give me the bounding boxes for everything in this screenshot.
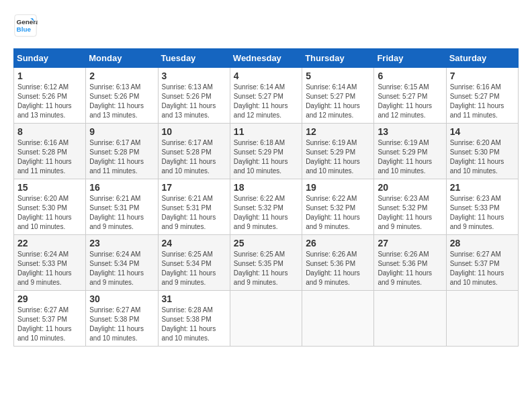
day-number: 13 bbox=[378, 126, 442, 137]
calendar-cell: 27Sunrise: 6:26 AM Sunset: 5:36 PM Dayli… bbox=[374, 235, 446, 291]
day-info: Sunrise: 6:22 AM Sunset: 5:32 PM Dayligh… bbox=[234, 194, 298, 232]
day-number: 4 bbox=[234, 71, 298, 81]
day-info: Sunrise: 6:26 AM Sunset: 5:36 PM Dayligh… bbox=[306, 250, 370, 287]
day-number: 11 bbox=[234, 126, 298, 137]
day-info: Sunrise: 6:13 AM Sunset: 5:26 PM Dayligh… bbox=[89, 83, 154, 120]
day-number: 30 bbox=[89, 293, 154, 304]
calendar-cell: 19Sunrise: 6:22 AM Sunset: 5:32 PM Dayli… bbox=[302, 179, 374, 235]
calendar-cell: 8Sunrise: 6:16 AM Sunset: 5:28 PM Daylig… bbox=[14, 124, 86, 179]
day-number: 1 bbox=[17, 71, 82, 81]
day-info: Sunrise: 6:25 AM Sunset: 5:35 PM Dayligh… bbox=[234, 250, 298, 287]
column-header-friday: Friday bbox=[374, 49, 446, 68]
day-number: 21 bbox=[450, 182, 515, 193]
day-info: Sunrise: 6:27 AM Sunset: 5:38 PM Dayligh… bbox=[89, 306, 154, 343]
day-number: 3 bbox=[162, 71, 226, 81]
day-info: Sunrise: 6:19 AM Sunset: 5:29 PM Dayligh… bbox=[306, 138, 370, 176]
day-info: Sunrise: 6:26 AM Sunset: 5:36 PM Dayligh… bbox=[378, 250, 442, 287]
calendar-cell: 21Sunrise: 6:23 AM Sunset: 5:33 PM Dayli… bbox=[446, 179, 518, 235]
day-info: Sunrise: 6:16 AM Sunset: 5:27 PM Dayligh… bbox=[450, 83, 515, 120]
column-header-tuesday: Tuesday bbox=[158, 49, 230, 68]
day-number: 27 bbox=[378, 238, 442, 248]
column-header-sunday: Sunday bbox=[14, 49, 86, 68]
calendar-cell: 16Sunrise: 6:21 AM Sunset: 5:31 PM Dayli… bbox=[86, 179, 158, 235]
day-info: Sunrise: 6:23 AM Sunset: 5:32 PM Dayligh… bbox=[378, 194, 442, 232]
day-number: 2 bbox=[89, 71, 154, 81]
day-info: Sunrise: 6:13 AM Sunset: 5:26 PM Dayligh… bbox=[162, 83, 226, 120]
calendar-table: SundayMondayTuesdayWednesdayThursdayFrid… bbox=[13, 48, 519, 347]
day-info: Sunrise: 6:18 AM Sunset: 5:29 PM Dayligh… bbox=[234, 138, 298, 176]
column-header-wednesday: Wednesday bbox=[230, 49, 302, 68]
day-number: 14 bbox=[450, 126, 515, 137]
calendar-cell: 31Sunrise: 6:28 AM Sunset: 5:38 PM Dayli… bbox=[158, 291, 230, 347]
day-info: Sunrise: 6:14 AM Sunset: 5:27 PM Dayligh… bbox=[234, 83, 298, 120]
calendar-body: 1Sunrise: 6:12 AM Sunset: 5:26 PM Daylig… bbox=[14, 68, 519, 347]
calendar-cell: 3Sunrise: 6:13 AM Sunset: 5:26 PM Daylig… bbox=[158, 68, 230, 124]
day-number: 24 bbox=[162, 238, 226, 248]
day-number: 31 bbox=[162, 293, 226, 304]
day-info: Sunrise: 6:21 AM Sunset: 5:31 PM Dayligh… bbox=[162, 194, 226, 232]
column-header-monday: Monday bbox=[86, 49, 158, 68]
day-info: Sunrise: 6:27 AM Sunset: 5:37 PM Dayligh… bbox=[17, 306, 82, 343]
calendar-cell: 24Sunrise: 6:25 AM Sunset: 5:34 PM Dayli… bbox=[158, 235, 230, 291]
day-info: Sunrise: 6:17 AM Sunset: 5:28 PM Dayligh… bbox=[162, 138, 226, 176]
calendar-cell: 28Sunrise: 6:27 AM Sunset: 5:37 PM Dayli… bbox=[446, 235, 518, 291]
day-info: Sunrise: 6:19 AM Sunset: 5:29 PM Dayligh… bbox=[378, 138, 442, 176]
page-header: General Blue bbox=[13, 13, 519, 38]
week-row-2: 15Sunrise: 6:20 AM Sunset: 5:30 PM Dayli… bbox=[14, 179, 519, 235]
column-header-saturday: Saturday bbox=[446, 49, 518, 68]
day-number: 17 bbox=[162, 182, 226, 193]
day-number: 22 bbox=[17, 238, 82, 248]
calendar-cell: 9Sunrise: 6:17 AM Sunset: 5:28 PM Daylig… bbox=[86, 124, 158, 179]
day-info: Sunrise: 6:17 AM Sunset: 5:28 PM Dayligh… bbox=[89, 138, 154, 176]
calendar-cell bbox=[446, 291, 518, 347]
calendar-cell: 12Sunrise: 6:19 AM Sunset: 5:29 PM Dayli… bbox=[302, 124, 374, 179]
day-info: Sunrise: 6:15 AM Sunset: 5:27 PM Dayligh… bbox=[378, 83, 442, 120]
week-row-0: 1Sunrise: 6:12 AM Sunset: 5:26 PM Daylig… bbox=[14, 68, 519, 124]
calendar-cell: 11Sunrise: 6:18 AM Sunset: 5:29 PM Dayli… bbox=[230, 124, 302, 179]
calendar-cell: 15Sunrise: 6:20 AM Sunset: 5:30 PM Dayli… bbox=[14, 179, 86, 235]
day-info: Sunrise: 6:28 AM Sunset: 5:38 PM Dayligh… bbox=[162, 306, 226, 343]
calendar-cell: 14Sunrise: 6:20 AM Sunset: 5:30 PM Dayli… bbox=[446, 124, 518, 179]
calendar-cell: 20Sunrise: 6:23 AM Sunset: 5:32 PM Dayli… bbox=[374, 179, 446, 235]
calendar-cell: 25Sunrise: 6:25 AM Sunset: 5:35 PM Dayli… bbox=[230, 235, 302, 291]
calendar-cell: 6Sunrise: 6:15 AM Sunset: 5:27 PM Daylig… bbox=[374, 68, 446, 124]
day-number: 6 bbox=[378, 71, 442, 81]
week-row-3: 22Sunrise: 6:24 AM Sunset: 5:33 PM Dayli… bbox=[14, 235, 519, 291]
calendar-header: SundayMondayTuesdayWednesdayThursdayFrid… bbox=[14, 49, 519, 68]
logo: General Blue bbox=[13, 13, 38, 38]
calendar-cell: 13Sunrise: 6:19 AM Sunset: 5:29 PM Dayli… bbox=[374, 124, 446, 179]
day-number: 19 bbox=[306, 182, 370, 193]
day-info: Sunrise: 6:27 AM Sunset: 5:37 PM Dayligh… bbox=[450, 250, 515, 287]
svg-text:General: General bbox=[17, 18, 38, 26]
day-number: 10 bbox=[162, 126, 226, 137]
calendar-cell: 30Sunrise: 6:27 AM Sunset: 5:38 PM Dayli… bbox=[86, 291, 158, 347]
day-info: Sunrise: 6:24 AM Sunset: 5:33 PM Dayligh… bbox=[17, 250, 82, 287]
calendar-cell: 18Sunrise: 6:22 AM Sunset: 5:32 PM Dayli… bbox=[230, 179, 302, 235]
day-info: Sunrise: 6:16 AM Sunset: 5:28 PM Dayligh… bbox=[17, 138, 82, 176]
day-info: Sunrise: 6:14 AM Sunset: 5:27 PM Dayligh… bbox=[306, 83, 370, 120]
calendar-cell: 7Sunrise: 6:16 AM Sunset: 5:27 PM Daylig… bbox=[446, 68, 518, 124]
day-number: 23 bbox=[89, 238, 154, 248]
calendar-cell: 10Sunrise: 6:17 AM Sunset: 5:28 PM Dayli… bbox=[158, 124, 230, 179]
calendar-cell bbox=[230, 291, 302, 347]
calendar-cell: 26Sunrise: 6:26 AM Sunset: 5:36 PM Dayli… bbox=[302, 235, 374, 291]
day-number: 18 bbox=[234, 182, 298, 193]
calendar-cell: 17Sunrise: 6:21 AM Sunset: 5:31 PM Dayli… bbox=[158, 179, 230, 235]
calendar-cell bbox=[374, 291, 446, 347]
day-number: 16 bbox=[89, 182, 154, 193]
day-number: 29 bbox=[17, 293, 82, 304]
week-row-1: 8Sunrise: 6:16 AM Sunset: 5:28 PM Daylig… bbox=[14, 124, 519, 179]
day-info: Sunrise: 6:20 AM Sunset: 5:30 PM Dayligh… bbox=[450, 138, 515, 176]
day-info: Sunrise: 6:25 AM Sunset: 5:34 PM Dayligh… bbox=[162, 250, 226, 287]
column-header-thursday: Thursday bbox=[302, 49, 374, 68]
header-row: SundayMondayTuesdayWednesdayThursdayFrid… bbox=[14, 49, 519, 68]
week-row-4: 29Sunrise: 6:27 AM Sunset: 5:37 PM Dayli… bbox=[14, 291, 519, 347]
day-number: 12 bbox=[306, 126, 370, 137]
day-number: 25 bbox=[234, 238, 298, 248]
day-info: Sunrise: 6:21 AM Sunset: 5:31 PM Dayligh… bbox=[89, 194, 154, 232]
day-number: 7 bbox=[450, 71, 515, 81]
day-number: 5 bbox=[306, 71, 370, 81]
calendar-cell: 1Sunrise: 6:12 AM Sunset: 5:26 PM Daylig… bbox=[14, 68, 86, 124]
day-number: 26 bbox=[306, 238, 370, 248]
day-info: Sunrise: 6:23 AM Sunset: 5:33 PM Dayligh… bbox=[450, 194, 515, 232]
